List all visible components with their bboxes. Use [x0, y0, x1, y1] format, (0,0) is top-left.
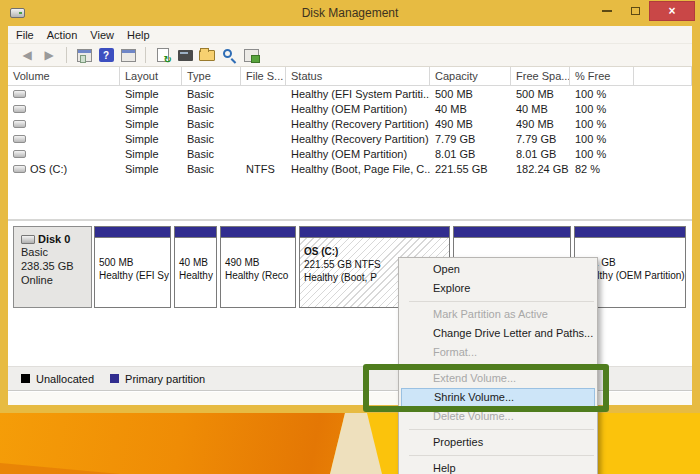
- maximize-icon: [631, 7, 640, 15]
- menu-separator: [409, 455, 594, 456]
- toolbar-button-folder-open[interactable]: [198, 47, 216, 64]
- column-header-3[interactable]: File S...: [241, 67, 286, 85]
- cell-c1: Simple: [120, 103, 182, 115]
- cell-c4: Healthy (OEM Partition): [286, 103, 430, 115]
- table-row[interactable]: SimpleBasicHealthy (Recovery Partition)7…: [8, 131, 692, 146]
- cell-c2: Basic: [182, 88, 241, 100]
- toolbar-button-back[interactable]: ◀: [18, 47, 36, 64]
- cell-c5: 40 MB: [430, 103, 511, 115]
- toolbar-button-console-pane[interactable]: [119, 47, 137, 64]
- column-header-2[interactable]: Type: [182, 67, 241, 85]
- table-row[interactable]: SimpleBasicHealthy (OEM Partition)40 MB4…: [8, 101, 692, 116]
- forward-icon: ▶: [44, 49, 53, 61]
- cell-c5: 7.79 GB: [430, 133, 511, 145]
- volume-icon: [13, 105, 26, 113]
- cell-c5: 221.55 GB: [430, 163, 511, 175]
- back-icon: ◀: [22, 49, 31, 61]
- disk-icon: [21, 235, 35, 244]
- cell-c7: 100 %: [570, 118, 634, 130]
- cell-c2: Basic: [182, 148, 241, 160]
- disk0-info-panel[interactable]: Disk 0 Basic 238.35 GB Online: [13, 226, 92, 308]
- menu-item-properties[interactable]: Properties: [399, 433, 597, 452]
- legend-item-0: Unallocated: [21, 373, 94, 385]
- column-header-7[interactable]: % Free: [570, 67, 634, 85]
- window-controls: ×: [593, 1, 695, 21]
- partition-line: Healthy (Reco: [225, 269, 291, 282]
- menu-item-open[interactable]: Open: [399, 260, 597, 279]
- close-button[interactable]: ×: [649, 1, 695, 21]
- menu-help[interactable]: Help: [127, 29, 159, 41]
- menu-item-mark-partition-as-active[interactable]: Mark Partition as Active: [399, 305, 597, 324]
- legend-label: Primary partition: [125, 373, 205, 385]
- partition-line: 500 MB: [99, 256, 166, 269]
- cell-c1: Simple: [120, 148, 182, 160]
- legend-swatch: [110, 374, 119, 383]
- maximize-button[interactable]: [621, 1, 649, 21]
- table-row[interactable]: SimpleBasicHealthy (Recovery Partition)4…: [8, 116, 692, 131]
- column-header-5[interactable]: Capacity: [430, 67, 511, 85]
- menu-item-change-drive-letter-and-paths[interactable]: Change Drive Letter and Paths...: [399, 324, 597, 343]
- legend-label: Unallocated: [36, 373, 94, 385]
- partition-primary-bar: [300, 227, 449, 238]
- cell-c6: 40 MB: [511, 103, 570, 115]
- cell-c4: Healthy (Boot, Page File, C...: [286, 163, 430, 175]
- volume-icon: [13, 90, 26, 98]
- partition-line: 490 MB: [225, 256, 291, 269]
- cell-c1: Simple: [120, 163, 182, 175]
- disk-status: Online: [21, 273, 91, 287]
- volume-cell: OS (C:): [8, 163, 120, 175]
- column-header-4[interactable]: Status: [286, 67, 430, 85]
- menu-item-explore[interactable]: Explore: [399, 279, 597, 298]
- partition-primary-bar: [221, 227, 295, 238]
- disk-name: Disk 0: [38, 233, 70, 245]
- toolbar-button-storage-device[interactable]: [176, 47, 194, 64]
- menu-action[interactable]: Action: [47, 29, 87, 41]
- partition-0[interactable]: 500 MBHealthy (EFI Sy: [94, 226, 171, 308]
- partition-2[interactable]: 490 MBHealthy (Reco: [220, 226, 296, 308]
- table-row[interactable]: SimpleBasicHealthy (EFI System Partiti..…: [8, 86, 692, 101]
- cell-c1: Simple: [120, 88, 182, 100]
- screen: Disk Management × FileActionViewHelp ◀▶?…: [0, 0, 700, 474]
- toolbar-button-search[interactable]: [220, 47, 238, 64]
- cell-c5: 500 MB: [430, 88, 511, 100]
- partition-line: Healthy: [179, 269, 212, 282]
- minimize-button[interactable]: [593, 1, 621, 21]
- toolbar-button-forward[interactable]: ▶: [40, 47, 58, 64]
- volume-icon: [13, 165, 26, 173]
- minimize-icon: [602, 10, 612, 12]
- volume-cell: [8, 120, 120, 128]
- menu-file[interactable]: File: [16, 29, 43, 41]
- partition-primary-bar: [175, 227, 216, 238]
- menu-item-help[interactable]: Help: [399, 459, 597, 474]
- toolbar-button-console-tree[interactable]: [75, 47, 93, 64]
- toolbar-button-help[interactable]: ?: [97, 47, 115, 64]
- close-icon: ×: [668, 4, 675, 18]
- menu-view[interactable]: View: [90, 29, 123, 41]
- volume-table-body: SimpleBasicHealthy (EFI System Partiti..…: [8, 86, 692, 176]
- table-row[interactable]: OS (C:)SimpleBasicNTFSHealthy (Boot, Pag…: [8, 161, 692, 176]
- titlebar[interactable]: Disk Management ×: [0, 0, 700, 26]
- partition-primary-bar: [454, 227, 570, 238]
- column-header-1[interactable]: Layout: [120, 67, 182, 85]
- folder-open-icon: [199, 50, 215, 61]
- menu-item-format[interactable]: Format...: [399, 343, 597, 362]
- cell-c6: 490 MB: [511, 118, 570, 130]
- volume-cell: [8, 90, 120, 98]
- toolbar-button-disk-settings[interactable]: [242, 47, 260, 64]
- volume-table-header: VolumeLayoutTypeFile S...StatusCapacityF…: [8, 67, 692, 86]
- table-row[interactable]: SimpleBasicHealthy (OEM Partition)8.01 G…: [8, 146, 692, 161]
- cell-c5: 8.01 GB: [430, 148, 511, 160]
- volume-list-pane: VolumeLayoutTypeFile S...StatusCapacityF…: [8, 67, 692, 219]
- partition-primary-bar: [575, 227, 685, 238]
- partition-1[interactable]: 40 MBHealthy: [174, 226, 217, 308]
- menubar: FileActionViewHelp: [8, 26, 692, 44]
- toolbar-button-refresh[interactable]: [154, 47, 172, 64]
- column-header-0[interactable]: Volume: [8, 67, 120, 85]
- menu-separator: [409, 429, 594, 430]
- cell-c6: 7.79 GB: [511, 133, 570, 145]
- partition-label: 40 MBHealthy: [175, 238, 216, 307]
- volume-icon: [13, 150, 26, 158]
- cell-c3: NTFS: [241, 163, 286, 175]
- column-header-6[interactable]: Free Spa...: [511, 67, 570, 85]
- cell-c6: 500 MB: [511, 88, 570, 100]
